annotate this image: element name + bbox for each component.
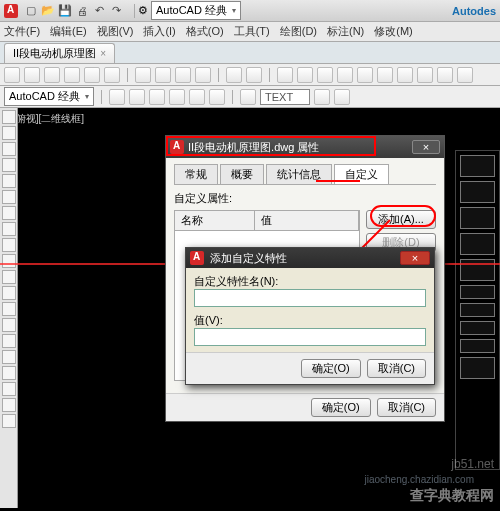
standard-toolbar (0, 64, 500, 86)
separator (269, 68, 270, 82)
save-icon[interactable]: 💾 (58, 4, 72, 18)
calc-icon[interactable] (437, 67, 453, 83)
table-icon[interactable] (2, 302, 16, 316)
spline-icon[interactable] (2, 286, 16, 300)
redo-icon[interactable] (246, 67, 262, 83)
line-icon[interactable] (2, 110, 16, 124)
pan-icon[interactable] (277, 67, 293, 83)
close-button[interactable]: × (400, 251, 430, 265)
point-icon[interactable] (2, 238, 16, 252)
menu-edit[interactable]: 编辑(E) (50, 24, 87, 39)
ellipse-icon[interactable] (2, 190, 16, 204)
new-icon[interactable] (4, 67, 20, 83)
workspace-selector[interactable]: ⚙ AutoCAD 经典 (138, 1, 241, 20)
ray-icon[interactable] (2, 350, 16, 364)
gradient-icon[interactable] (2, 398, 16, 412)
new-icon[interactable]: ▢ (24, 4, 38, 18)
tab-stats[interactable]: 统计信息 (266, 164, 332, 184)
linetype-icon[interactable] (189, 89, 205, 105)
workspace-dropdown[interactable]: AutoCAD 经典 (151, 1, 241, 20)
separator (127, 68, 128, 82)
pline-icon[interactable] (2, 126, 16, 140)
menu-view[interactable]: 视图(V) (97, 24, 134, 39)
undo-icon[interactable] (226, 67, 242, 83)
ok-button[interactable]: 确定(O) (311, 398, 371, 417)
component-icon (460, 181, 495, 203)
dim-icon[interactable] (314, 89, 330, 105)
paste-icon[interactable] (175, 67, 191, 83)
close-tab-icon[interactable]: × (100, 48, 106, 59)
lineweight-icon[interactable] (209, 89, 225, 105)
text-style-input[interactable]: TEXT (260, 89, 310, 105)
layer-state-icon[interactable] (129, 89, 145, 105)
tool-palette-icon[interactable] (377, 67, 393, 83)
open-icon[interactable]: 📂 (41, 4, 55, 18)
separator (134, 4, 135, 18)
rect-icon[interactable] (2, 174, 16, 188)
color-icon[interactable] (169, 89, 185, 105)
markup-icon[interactable] (417, 67, 433, 83)
sheetset-icon[interactable] (397, 67, 413, 83)
wipeout-icon[interactable] (2, 382, 16, 396)
col-name[interactable]: 名称 (175, 211, 255, 230)
plot-icon[interactable] (64, 67, 80, 83)
component-icon (460, 321, 495, 335)
copy-icon[interactable] (155, 67, 171, 83)
custom-value-input[interactable] (194, 328, 426, 346)
add-button[interactable]: 添加(A)... (366, 210, 436, 229)
multiline-icon[interactable] (2, 318, 16, 332)
zoom-ext-icon[interactable] (317, 67, 333, 83)
close-button[interactable]: × (412, 140, 440, 154)
help-icon[interactable] (457, 67, 473, 83)
watermark-site: jb51.net (451, 457, 494, 471)
text-icon[interactable] (240, 89, 256, 105)
hatch-icon[interactable] (2, 206, 16, 220)
dialog-titlebar[interactable]: II段电动机原理图.dwg 属性 × (166, 136, 444, 158)
redo-icon[interactable]: ↷ (109, 4, 123, 18)
quick-access-toolbar: ▢ 📂 💾 🖨 ↶ ↷ (24, 4, 123, 18)
properties-icon[interactable] (337, 67, 353, 83)
menu-format[interactable]: 格式(O) (186, 24, 224, 39)
zoom-icon[interactable] (297, 67, 313, 83)
document-tab[interactable]: II段电动机原理图 × (4, 43, 115, 63)
undo-icon[interactable]: ↶ (92, 4, 106, 18)
menu-tools[interactable]: 工具(T) (234, 24, 270, 39)
cut-icon[interactable] (135, 67, 151, 83)
donut-icon[interactable] (2, 414, 16, 428)
menu-draw[interactable]: 绘图(D) (280, 24, 317, 39)
block-icon[interactable] (2, 254, 16, 268)
design-center-icon[interactable] (357, 67, 373, 83)
save-icon[interactable] (44, 67, 60, 83)
arc-icon[interactable] (2, 158, 16, 172)
match-icon[interactable] (195, 67, 211, 83)
preview-icon[interactable] (84, 67, 100, 83)
workspace-combo[interactable]: AutoCAD 经典 (4, 87, 94, 106)
construct-icon[interactable] (2, 334, 16, 348)
col-value[interactable]: 值 (255, 211, 359, 230)
revcloud-icon[interactable] (2, 366, 16, 380)
layer-prev-icon[interactable] (149, 89, 165, 105)
tab-general[interactable]: 常规 (174, 164, 218, 184)
tab-summary[interactable]: 概要 (220, 164, 264, 184)
text-icon[interactable] (2, 222, 16, 236)
cancel-button[interactable]: 取消(C) (367, 359, 426, 378)
component-icon (460, 339, 495, 353)
cancel-button[interactable]: 取消(C) (377, 398, 436, 417)
menu-dimension[interactable]: 标注(N) (327, 24, 364, 39)
circle-icon[interactable] (2, 142, 16, 156)
ok-button[interactable]: 确定(O) (301, 359, 361, 378)
custom-name-input[interactable] (194, 289, 426, 307)
menu-insert[interactable]: 插入(I) (143, 24, 175, 39)
menu-file[interactable]: 文件(F) (4, 24, 40, 39)
dialog-buttons: 确定(O) 取消(C) (186, 352, 434, 384)
open-icon[interactable] (24, 67, 40, 83)
region-icon[interactable] (2, 270, 16, 284)
tab-custom[interactable]: 自定义 (334, 164, 389, 184)
print-icon[interactable]: 🖨 (75, 4, 89, 18)
table-icon[interactable] (334, 89, 350, 105)
dialog-buttons: 确定(O) 取消(C) (166, 393, 444, 421)
publish-icon[interactable] (104, 67, 120, 83)
dialog-titlebar[interactable]: 添加自定义特性 × (186, 248, 434, 268)
layer-icon[interactable] (109, 89, 125, 105)
menu-modify[interactable]: 修改(M) (374, 24, 413, 39)
